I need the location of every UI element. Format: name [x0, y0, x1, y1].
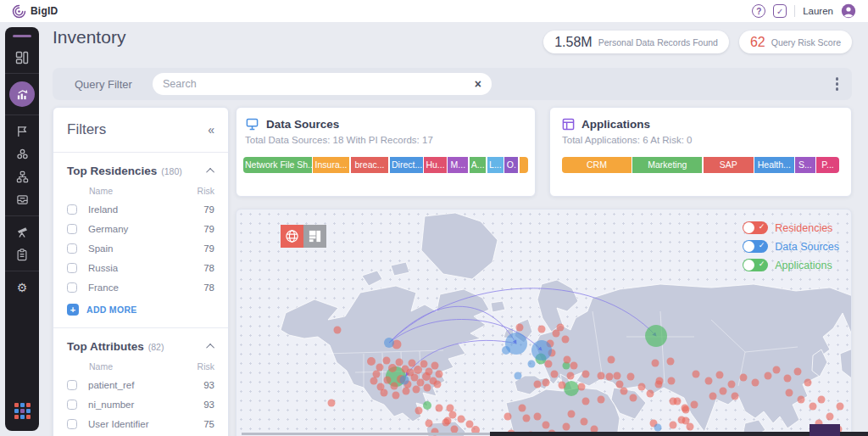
map-dot-data-sources[interactable] [531, 340, 552, 361]
map-dot-residencies[interactable] [519, 405, 526, 412]
data-source-segment[interactable]: Direct... [390, 157, 423, 173]
legend-toggle-residencies[interactable]: ✓ Residencies [743, 221, 839, 234]
map-dot-residencies[interactable] [449, 411, 457, 419]
map-dot-data-sources[interactable] [502, 346, 510, 355]
map-dot-residencies[interactable] [415, 407, 423, 415]
map-dot-residencies[interactable] [786, 389, 793, 397]
map-dot-residencies[interactable] [436, 371, 443, 378]
bottom-widget-partial[interactable] [810, 424, 840, 436]
map-dot-residencies[interactable] [638, 383, 646, 391]
data-source-segment[interactable]: Network File Sh... [243, 157, 312, 173]
map-dot-residencies[interactable] [516, 324, 524, 332]
toggle-switch[interactable]: ✓ [743, 240, 768, 253]
avatar[interactable] [841, 3, 856, 19]
sidebar-item-policies[interactable] [5, 243, 39, 266]
data-source-segment[interactable]: breac... [351, 157, 389, 173]
map-dot-residencies[interactable] [424, 384, 431, 392]
map-dot-residencies[interactable] [383, 357, 391, 365]
sidebar-item-dashboard[interactable] [5, 46, 39, 69]
map-dot-residencies[interactable] [740, 374, 748, 382]
toggle-switch[interactable]: ✓ [743, 259, 768, 271]
search-box[interactable]: × [153, 73, 492, 95]
filter-checkbox[interactable] [67, 224, 77, 234]
map-dot-residencies[interactable] [627, 373, 635, 381]
map-dot-residencies[interactable] [826, 413, 834, 421]
map-dot-residencies[interactable] [403, 388, 410, 395]
map-dot-applications[interactable] [645, 325, 667, 347]
application-segment[interactable]: Marketing [632, 157, 702, 173]
map-dot-residencies[interactable] [376, 364, 384, 372]
map-view-treemap-button[interactable] [303, 225, 326, 248]
map-dot-residencies[interactable] [709, 393, 717, 400]
filter-checkbox[interactable] [67, 380, 77, 390]
map-dot-residencies[interactable] [447, 405, 454, 412]
map-dot-residencies[interactable] [674, 398, 682, 405]
map-dot-residencies[interactable] [534, 381, 542, 388]
map-dot-residencies[interactable] [407, 369, 415, 377]
map-dot-residencies[interactable] [388, 364, 397, 372]
map-dot-residencies[interactable] [582, 398, 590, 405]
map-dot-residencies[interactable] [818, 396, 826, 404]
map-dot-applications[interactable] [423, 401, 431, 410]
map-dot-residencies[interactable] [413, 386, 420, 394]
map-dot-residencies[interactable] [570, 362, 578, 370]
map-dot-residencies[interactable] [396, 359, 403, 366]
application-segment[interactable]: Health... [754, 157, 793, 173]
map-dot-residencies[interactable] [523, 415, 531, 422]
map-dot-residencies[interactable] [567, 372, 575, 380]
map-dot-residencies[interactable] [773, 366, 781, 374]
map-dot-residencies[interactable] [391, 383, 398, 390]
map-dot-residencies[interactable] [804, 379, 812, 387]
map-dot-residencies[interactable] [720, 388, 727, 395]
sidebar-item-cluster[interactable] [5, 143, 39, 165]
data-source-segment[interactable]: M... [448, 157, 468, 173]
application-segment[interactable]: SAP [704, 157, 754, 173]
map-dot-residencies[interactable] [444, 417, 452, 425]
data-source-segment[interactable] [520, 157, 528, 173]
application-segment[interactable]: CRM [562, 157, 632, 173]
map-dot-residencies[interactable] [752, 379, 760, 387]
map-dot-residencies[interactable] [504, 413, 512, 421]
map-dot-residencies[interactable] [678, 416, 686, 424]
map-dot-residencies[interactable] [553, 330, 560, 338]
map-dot-residencies[interactable] [420, 361, 428, 368]
map-dot-residencies[interactable] [422, 372, 431, 381]
map-dot-residencies[interactable] [705, 377, 713, 385]
map-dot-residencies[interactable] [373, 371, 381, 378]
map-dot-data-sources[interactable] [515, 372, 522, 380]
sidebar-item-org-structure[interactable] [5, 165, 39, 188]
filter-checkbox[interactable] [67, 400, 77, 410]
data-source-segment[interactable]: O. [504, 157, 518, 173]
sidebar-item-settings[interactable]: ⚙ [5, 276, 39, 299]
map-dot-residencies[interactable] [630, 394, 637, 402]
map-dot-residencies[interactable] [656, 377, 664, 385]
help-icon[interactable]: ? [752, 4, 765, 18]
map-dot-residencies[interactable] [598, 372, 605, 380]
map-dot-residencies[interactable] [670, 422, 677, 429]
tasks-icon[interactable]: ✓ [773, 4, 787, 18]
filter-checkbox[interactable] [67, 263, 77, 273]
add-more-button[interactable]: + ADD MORE [67, 304, 214, 316]
collapse-panel-icon[interactable]: « [208, 123, 214, 137]
map-dot-residencies[interactable] [367, 357, 376, 366]
map-dot-residencies[interactable] [534, 413, 542, 421]
map-dot-residencies[interactable] [559, 382, 566, 389]
legend-toggle-applications[interactable]: ✓ Applications [743, 259, 839, 271]
map-dot-residencies[interactable] [370, 377, 378, 385]
map-dot-residencies[interactable] [616, 381, 624, 388]
map-dot-residencies[interactable] [784, 375, 792, 383]
map-dot-residencies[interactable] [564, 356, 571, 364]
chevron-up-icon[interactable] [206, 344, 214, 352]
map-dot-residencies[interactable] [562, 336, 570, 344]
data-source-segment[interactable]: L... [487, 157, 504, 173]
map-dot-data-sources[interactable] [528, 361, 536, 368]
map-dot-residencies[interactable] [384, 377, 392, 384]
map-dot-residencies[interactable] [798, 396, 805, 404]
map-dot-residencies[interactable] [732, 393, 739, 400]
application-segment[interactable]: S... [795, 157, 815, 173]
map-dot-data-sources[interactable] [654, 424, 662, 432]
sidebar-item-catalog[interactable] [5, 188, 39, 211]
map-dot-residencies[interactable] [810, 403, 817, 411]
filter-checkbox[interactable] [67, 204, 77, 215]
map-dot-residencies[interactable] [620, 388, 628, 395]
